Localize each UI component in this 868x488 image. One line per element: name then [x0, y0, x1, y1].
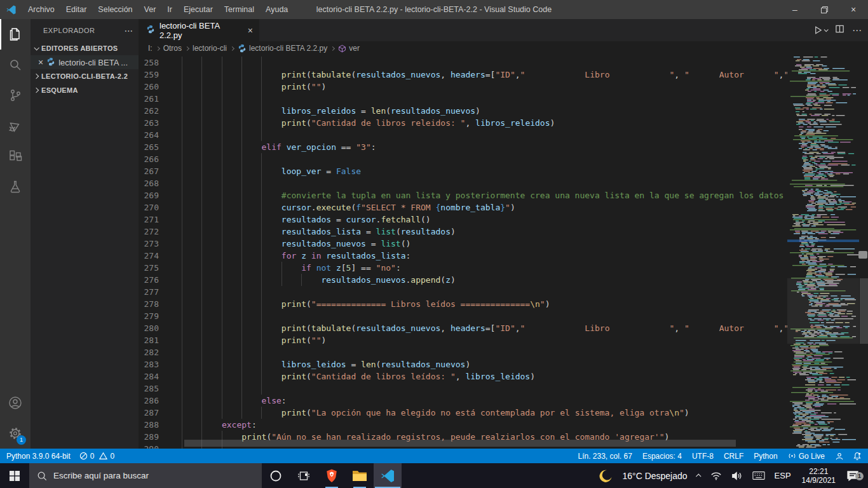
line-number[interactable]: 277	[139, 286, 159, 298]
restore-button[interactable]	[810, 0, 839, 19]
code-line[interactable]: 288 except:	[139, 419, 787, 431]
input-language[interactable]: ESP	[772, 471, 794, 480]
outline-section[interactable]: ESQUEMA	[31, 83, 139, 97]
status-go-live[interactable]: Go Live	[788, 452, 825, 461]
menu-ayuda[interactable]: Ayuda	[260, 0, 294, 19]
vertical-scrollbar[interactable]	[860, 278, 868, 344]
menu-terminal[interactable]: Terminal	[219, 0, 260, 19]
line-number[interactable]: 264	[139, 129, 159, 141]
line-number[interactable]: 288	[139, 419, 159, 431]
code-editor[interactable]: 258259 print(tabulate(resultados_nuevos,…	[139, 55, 868, 449]
status-python[interactable]: Python	[754, 452, 777, 461]
code-line[interactable]: 268	[139, 177, 787, 189]
code-line[interactable]: 259 print(tabulate(resultados_nuevos, he…	[139, 69, 787, 81]
explorer-icon[interactable]	[0, 19, 31, 50]
code-line[interactable]: 263 print("Cantidad de libros releidos: …	[139, 117, 787, 129]
code-line[interactable]: 265 elif ver_opcion == "3":	[139, 141, 787, 153]
code-line[interactable]: 277	[139, 286, 787, 298]
account-icon[interactable]	[0, 388, 31, 418]
code-line[interactable]: 280 print(tabulate(resultados_nuevos, he…	[139, 322, 787, 334]
code-line[interactable]: 267 loop_ver = False	[139, 165, 787, 177]
search-icon[interactable]	[0, 50, 31, 80]
minimize-button[interactable]: –	[780, 0, 810, 19]
code-line[interactable]: 276 resultados_nuevos.append(z)	[139, 274, 787, 286]
menu-ejecutar[interactable]: Ejecutar	[178, 0, 219, 19]
source-control-icon[interactable]	[0, 80, 31, 111]
cortana-button[interactable]	[262, 463, 290, 488]
status-l-n-233-col-67[interactable]: Lín. 233, col. 67	[578, 452, 632, 461]
line-number[interactable]: 275	[139, 262, 159, 274]
status-espacios-4[interactable]: Espacios: 4	[642, 452, 682, 461]
line-number[interactable]: 279	[139, 310, 159, 322]
code-line[interactable]: 266	[139, 153, 787, 165]
extensions-icon[interactable]	[0, 141, 31, 172]
code-line[interactable]: 274 for z in resultados_lista:	[139, 250, 787, 262]
line-number[interactable]: 266	[139, 153, 159, 165]
line-number[interactable]: 258	[139, 57, 159, 69]
testing-icon[interactable]	[0, 172, 31, 202]
line-number[interactable]: 265	[139, 141, 159, 153]
line-number[interactable]: 259	[139, 69, 159, 81]
python-interpreter-status[interactable]: Python 3.9.0 64-bit	[6, 452, 71, 461]
line-number[interactable]: 284	[139, 370, 159, 383]
run-python-button[interactable]	[813, 25, 827, 35]
line-number[interactable]: 268	[139, 177, 159, 189]
breadcrumb-item[interactable]: I:	[148, 44, 153, 53]
code-line[interactable]: 269 #convierte la tupla en uan lista y p…	[139, 189, 787, 201]
code-line[interactable]: 264	[139, 129, 787, 141]
code-line[interactable]: 271 resultados = cursor.fetchall()	[139, 214, 787, 226]
line-number[interactable]: 280	[139, 322, 159, 334]
settings-gear-icon[interactable]: 1	[0, 418, 31, 449]
code-line[interactable]: 281 print("")	[139, 334, 787, 346]
line-number[interactable]: 269	[139, 189, 159, 201]
status-crlf[interactable]: CRLF	[724, 452, 743, 461]
touch-keyboard-button[interactable]	[750, 471, 768, 480]
volume-button[interactable]	[729, 471, 745, 481]
line-number[interactable]: 276	[139, 274, 159, 286]
line-number[interactable]: 271	[139, 214, 159, 226]
run-dropdown-icon[interactable]	[824, 27, 829, 32]
more-actions-button[interactable]: ⋯	[852, 25, 862, 36]
horizontal-scrollbar[interactable]	[184, 440, 736, 447]
explorer-actions-icon[interactable]: ⋯	[125, 25, 134, 36]
status-utf-8[interactable]: UTF-8	[692, 452, 714, 461]
breadcrumb-item[interactable]: ver	[338, 44, 360, 53]
code-line[interactable]: 273 resultados_nuevos = list()	[139, 238, 787, 250]
split-editor-button[interactable]	[835, 24, 844, 36]
close-button[interactable]: ×	[839, 0, 868, 19]
problems-status[interactable]: 0 0	[79, 452, 114, 461]
menu-seleccin[interactable]: Selección	[92, 0, 138, 19]
close-tab-icon[interactable]: ×	[248, 26, 253, 35]
menu-archivo[interactable]: Archivo	[22, 0, 60, 19]
vscode-taskbar-button[interactable]	[374, 463, 402, 488]
line-number[interactable]: 272	[139, 226, 159, 238]
task-view-button[interactable]	[290, 463, 318, 488]
line-number[interactable]: 281	[139, 334, 159, 346]
file-explorer-button[interactable]	[346, 463, 374, 488]
code-line[interactable]: 270 cursor.execute(f"SELECT * FROM {nomb…	[139, 201, 787, 214]
code-line[interactable]: 285	[139, 383, 787, 395]
close-editor-icon[interactable]: ×	[38, 58, 43, 67]
menu-ir[interactable]: Ir	[161, 0, 178, 19]
run-debug-icon[interactable]	[0, 111, 31, 141]
menu-editar[interactable]: Editar	[60, 0, 93, 19]
code-line[interactable]: 261	[139, 93, 787, 105]
sash-drag-handle[interactable]	[858, 251, 867, 259]
clock[interactable]: 22:21 14/9/2021	[798, 467, 839, 485]
code-line[interactable]: 278 print("============== Libros leídos …	[139, 298, 787, 310]
code-line[interactable]: 275 if not z[5] == "no":	[139, 262, 787, 274]
line-number[interactable]: 290	[139, 443, 159, 449]
line-number[interactable]: 262	[139, 105, 159, 117]
notifications-bell-icon[interactable]	[853, 452, 862, 461]
line-number[interactable]: 287	[139, 407, 159, 419]
code-line[interactable]: 283 libros_leidos = len(resultados_nuevo…	[139, 358, 787, 370]
code-line[interactable]: 284 print("Cantidad de libros leídos: ",…	[139, 370, 787, 383]
code-line[interactable]: 260 print("")	[139, 81, 787, 93]
search-input[interactable]	[53, 471, 244, 480]
breadcrumb-item[interactable]: lectorio-cli BETA 2.2.py	[238, 44, 327, 53]
line-number[interactable]: 286	[139, 395, 159, 407]
weather-icon[interactable]	[596, 469, 615, 483]
code-line[interactable]: 279	[139, 310, 787, 322]
brave-browser-button[interactable]	[318, 463, 346, 488]
open-editors-section[interactable]: EDITORES ABIERTOS	[31, 41, 139, 55]
